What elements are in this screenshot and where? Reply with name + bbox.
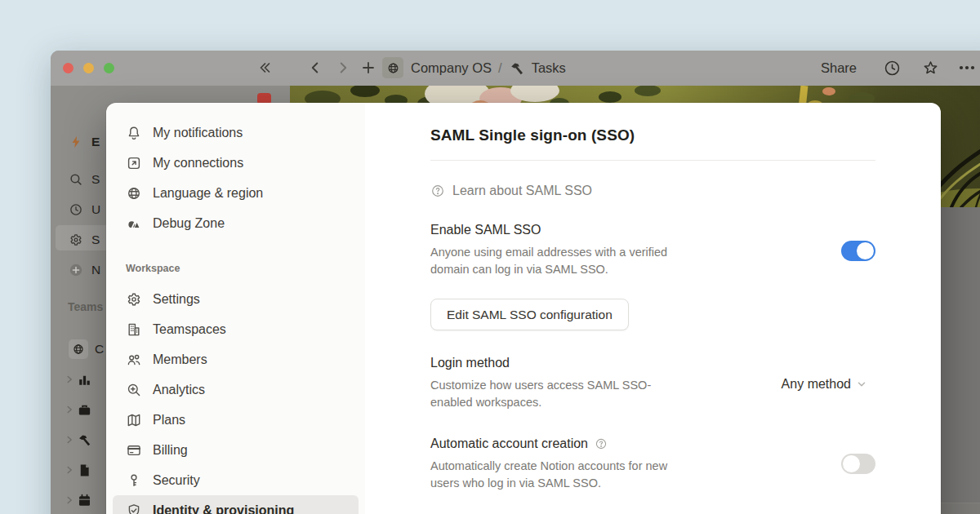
app-window: Company OS / Tasks Share E bbox=[51, 51, 980, 514]
login-method-desc: Customize how users access SAML SSO-enab… bbox=[430, 377, 675, 411]
chevron-right-icon[interactable] bbox=[64, 464, 75, 476]
enable-saml-section: Enable SAML SSO Anyone using email addre… bbox=[430, 221, 875, 278]
enable-saml-desc: Anyone using email addresses with a veri… bbox=[430, 244, 675, 278]
clock-icon bbox=[69, 202, 83, 217]
history-clock-icon[interactable] bbox=[882, 58, 902, 78]
bar-chart-icon bbox=[77, 372, 92, 388]
search-icon bbox=[69, 172, 83, 187]
nav-item-billing[interactable]: Billing bbox=[113, 435, 359, 465]
breadcrumb-separator: / bbox=[498, 60, 502, 76]
share-button[interactable]: Share bbox=[821, 51, 857, 86]
hammer-icon bbox=[77, 432, 92, 448]
plus-circle-icon bbox=[69, 263, 83, 277]
page-title: SAML Single sign-on (SSO) bbox=[430, 125, 875, 146]
auto-account-title: Automatic account creation bbox=[430, 435, 588, 453]
chevron-down-icon bbox=[856, 379, 867, 390]
login-method-title: Login method bbox=[430, 354, 675, 372]
map-icon bbox=[126, 412, 142, 428]
nav-item-my-notifications[interactable]: My notifications bbox=[113, 117, 359, 148]
settings-modal: My notifications My connections Language… bbox=[106, 103, 941, 514]
screen: { "topbar": { "breadcrumb": { "workspace… bbox=[0, 0, 980, 514]
credit-card-icon bbox=[126, 442, 142, 459]
nav-item-identity-provisioning[interactable]: Identity & provisioning bbox=[113, 495, 359, 514]
arrow-up-right-square-icon bbox=[126, 155, 142, 171]
collapse-sidebar-icon[interactable] bbox=[255, 58, 274, 78]
bell-icon bbox=[126, 125, 142, 141]
nav-item-security[interactable]: Security bbox=[113, 465, 359, 495]
page-icon bbox=[77, 463, 92, 478]
nav-item-plans[interactable]: Plans bbox=[113, 405, 359, 435]
nav-item-debug-zone[interactable]: Debug Zone bbox=[113, 208, 359, 238]
page-globe-icon bbox=[382, 57, 403, 78]
globe-icon bbox=[126, 185, 142, 202]
chevron-right-icon[interactable] bbox=[64, 374, 75, 385]
debug-icon bbox=[126, 215, 142, 232]
breadcrumb-page[interactable]: Tasks bbox=[532, 60, 566, 76]
minimize-window-button[interactable] bbox=[83, 63, 94, 73]
settings-nav: My notifications My connections Language… bbox=[106, 103, 365, 514]
auto-account-section: Automatic account creation Automatically… bbox=[430, 435, 875, 492]
globe-icon bbox=[69, 339, 88, 359]
breadcrumb: Company OS / Tasks bbox=[411, 51, 566, 86]
settings-content: SAML Single sign-on (SSO) Learn about SA… bbox=[365, 103, 941, 514]
gear-icon bbox=[69, 233, 83, 247]
magnifier-plus-icon bbox=[126, 382, 142, 398]
breadcrumb-workspace[interactable]: Company OS bbox=[411, 60, 492, 76]
login-method-value: Any method bbox=[782, 377, 851, 392]
edit-saml-config-button[interactable]: Edit SAML SSO configuration bbox=[430, 299, 629, 330]
shield-check-icon bbox=[126, 503, 142, 514]
back-icon[interactable] bbox=[305, 58, 325, 78]
new-tab-icon[interactable] bbox=[359, 58, 378, 78]
question-circle-icon[interactable] bbox=[595, 437, 608, 450]
building-icon bbox=[126, 321, 142, 338]
teamspaces-section-label: Teams bbox=[68, 300, 103, 313]
hammer-icon bbox=[509, 60, 525, 77]
divider bbox=[430, 160, 875, 161]
nav-item-members[interactable]: Members bbox=[113, 344, 359, 374]
question-circle-icon bbox=[430, 184, 445, 198]
nav-item-analytics[interactable]: Analytics bbox=[113, 374, 359, 405]
chevron-right-icon[interactable] bbox=[64, 494, 75, 506]
login-method-dropdown[interactable]: Any method bbox=[782, 377, 875, 392]
nav-item-teamspaces[interactable]: Teamspaces bbox=[113, 314, 359, 344]
more-options-icon[interactable] bbox=[957, 58, 977, 78]
favorite-star-icon[interactable] bbox=[920, 58, 940, 78]
enable-saml-title: Enable SAML SSO bbox=[430, 221, 675, 239]
nav-item-language-region[interactable]: Language & region bbox=[113, 178, 359, 208]
members-icon bbox=[126, 352, 142, 368]
chevron-right-icon[interactable] bbox=[64, 404, 75, 415]
forward-icon[interactable] bbox=[333, 58, 353, 78]
lightning-icon bbox=[69, 135, 83, 149]
auto-account-toggle[interactable] bbox=[841, 454, 875, 474]
top-bar: Company OS / Tasks Share bbox=[51, 51, 980, 86]
close-window-button[interactable] bbox=[63, 63, 74, 73]
key-icon bbox=[126, 472, 142, 489]
chevron-right-icon[interactable] bbox=[64, 434, 75, 445]
enable-saml-toggle[interactable] bbox=[841, 241, 875, 261]
nav-item-my-connections[interactable]: My connections bbox=[113, 148, 359, 178]
learn-link-label[interactable]: Learn about SAML SSO bbox=[452, 184, 592, 198]
auto-account-desc: Automatically create Notion accounts for… bbox=[430, 458, 675, 492]
login-method-section: Login method Customize how users access … bbox=[430, 354, 875, 411]
workspace-section-label: Workspace bbox=[126, 263, 359, 274]
nav-item-settings[interactable]: Settings bbox=[113, 284, 359, 314]
gear-icon bbox=[126, 291, 142, 308]
zoom-window-button[interactable] bbox=[104, 63, 114, 73]
learn-link[interactable]: Learn about SAML SSO bbox=[430, 184, 875, 198]
briefcase-icon bbox=[77, 402, 92, 418]
calendar-icon bbox=[77, 493, 92, 508]
traffic-lights bbox=[63, 63, 114, 73]
